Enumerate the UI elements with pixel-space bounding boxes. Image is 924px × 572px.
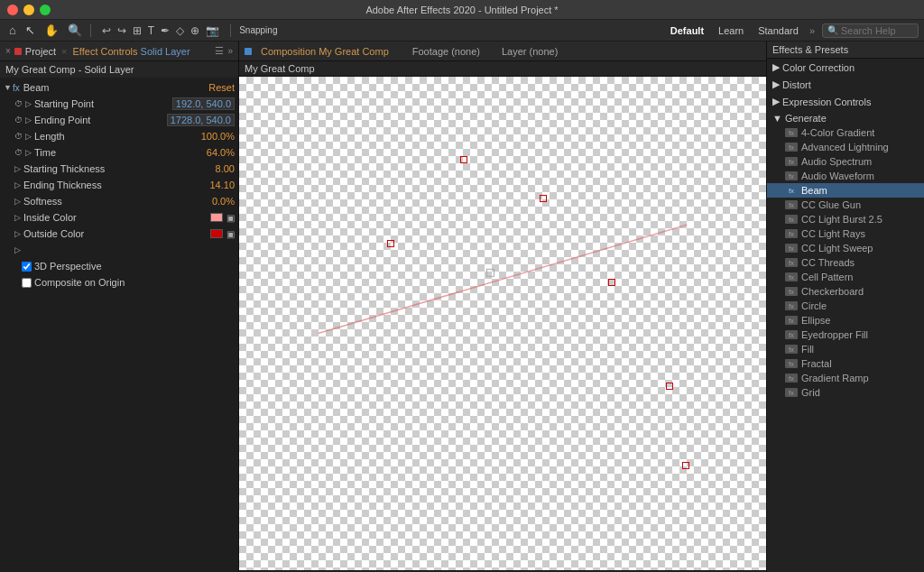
effect-item-cc-threads[interactable]: fx CC Threads [767, 255, 924, 270]
category-generate-header[interactable]: ▼ Generate [767, 111, 924, 125]
end-twirl[interactable]: ▷ [25, 115, 32, 125]
panel-project-tab[interactable]: Project [25, 46, 56, 57]
panel-expand-btn[interactable]: » [227, 46, 233, 56]
panel-menu-btn[interactable]: ☰ [215, 45, 224, 57]
minimize-button[interactable] [23, 5, 34, 15]
length-twirl[interactable]: ▷ [25, 132, 32, 141]
null-btn[interactable]: ⊕ [188, 23, 202, 39]
softness-value[interactable]: 0.0% [212, 196, 235, 207]
effect-item-4color[interactable]: fx 4-Color Gradient [767, 125, 924, 140]
arrow-tool-icon[interactable]: ↖ [22, 22, 39, 39]
effect-label-audio-spectrum: Audio Spectrum [801, 156, 872, 167]
inside-color-swatch[interactable] [210, 213, 223, 222]
sthick-value[interactable]: 8.00 [216, 163, 235, 174]
ocol-twirl[interactable]: ▷ [14, 229, 22, 238]
panel-effect-controls-tab[interactable]: Effect Controls Solid Layer [73, 46, 190, 57]
beam-dot-5 [666, 383, 673, 390]
undo-btn[interactable]: ↩ [99, 23, 114, 39]
3d-perspective-checkbox[interactable] [22, 262, 32, 272]
category-color-correction-header[interactable]: ▶ Color Correction [767, 60, 924, 75]
fx-icon-cc-lightburst: fx [785, 215, 798, 224]
effect-item-checkerboard[interactable]: fx Checkerboard [767, 284, 924, 299]
length-value[interactable]: 100.0% [201, 131, 235, 142]
effect-item-audio-spectrum[interactable]: fx Audio Spectrum [767, 154, 924, 169]
comp-tab[interactable]: Composition My Great Comp [255, 44, 394, 59]
titlebar: Adobe After Effects 2020 - Untitled Proj… [0, 0, 924, 20]
camera-btn[interactable]: 📷 [203, 23, 222, 39]
outside-color-picker-icon[interactable]: ▣ [226, 229, 235, 239]
close-button[interactable] [7, 5, 18, 15]
footage-tab[interactable]: Footage (none) [405, 46, 487, 57]
effect-item-fractal[interactable]: fx Fractal [767, 356, 924, 371]
effect-item-circle[interactable]: fx Circle [767, 299, 924, 313]
effect-item-audio-waveform[interactable]: fx Audio Waveform [767, 169, 924, 183]
effect-beam-header[interactable]: ▼ fx Beam Reset [0, 79, 238, 96]
soft-twirl[interactable]: ▷ [14, 197, 22, 206]
effect-item-cell-pattern[interactable]: fx Cell Pattern [767, 270, 924, 284]
time-value[interactable]: 64.0% [207, 147, 235, 158]
category-expression-header[interactable]: ▶ Expression Controls [767, 94, 924, 109]
start-point-value[interactable]: 192.0, 540.0 [172, 97, 235, 110]
project-tab-close[interactable]: × [5, 46, 11, 56]
effect-item-ellipse[interactable]: fx Ellipse [767, 313, 924, 328]
ethick-value[interactable]: 14.10 [209, 180, 235, 190]
comp-viewer[interactable] [239, 77, 766, 570]
beam-reset-btn[interactable]: Reset [208, 82, 235, 93]
effect-item-eyedropper[interactable]: fx Eyedropper Fill [767, 328, 924, 342]
separator1 [90, 24, 91, 37]
workspace-default[interactable]: Default [667, 24, 707, 37]
workspace-learn[interactable]: Learn [715, 24, 747, 37]
effect-item-fill[interactable]: fx Fill [767, 342, 924, 356]
end-point-value[interactable]: 1728.0, 540.0 [167, 114, 235, 126]
effect-item-gradient-ramp[interactable]: fx Gradient Ramp [767, 371, 924, 385]
effect-item-beam[interactable]: fx Beam [767, 183, 924, 198]
icol-twirl[interactable]: ▷ [14, 213, 22, 222]
grid-btn[interactable]: ⊞ [130, 23, 144, 39]
workspace-standard[interactable]: Standard [754, 24, 802, 37]
search-icon: 🔍 [827, 25, 838, 35]
layer-tab[interactable]: Layer (none) [494, 46, 565, 57]
inside-color-picker-icon[interactable]: ▣ [226, 213, 235, 223]
fx-icon-4color: fx [785, 128, 798, 137]
fx-icon-fill: fx [785, 345, 798, 354]
beam-twirl-icon[interactable]: ▼ [4, 83, 11, 92]
ethick-twirl[interactable]: ▷ [14, 180, 22, 189]
maximize-button[interactable] [40, 5, 51, 15]
type-btn[interactable]: T [145, 23, 157, 39]
shape-btn[interactable]: ◇ [173, 23, 187, 39]
effect-item-grid[interactable]: fx Grid [767, 385, 924, 400]
sthick-twirl[interactable]: ▷ [14, 164, 22, 173]
stopwatch-icon-end[interactable]: ⏱ [14, 115, 23, 125]
effect-item-lightning[interactable]: fx Advanced Lightning [767, 140, 924, 154]
effects-panel-header: Effects & Presets [767, 42, 924, 59]
outside-color-swatch[interactable] [210, 229, 223, 238]
time-twirl[interactable]: ▷ [25, 148, 32, 157]
window-controls[interactable] [7, 5, 51, 15]
redo-btn[interactable]: ↪ [115, 23, 129, 39]
checkbox-composite: Composite on Origin [0, 274, 238, 291]
layer-name-display: My Great Comp - Solid Layer [0, 61, 238, 78]
start-twirl[interactable]: ▷ [25, 99, 32, 108]
effect-item-cc-lightrays[interactable]: fx CC Light Rays [767, 226, 924, 241]
composite-label[interactable]: Composite on Origin [22, 277, 125, 288]
stopwatch-icon-length[interactable]: ⏱ [14, 132, 23, 141]
checker-background [239, 77, 766, 570]
stopwatch-icon-start[interactable]: ⏱ [14, 99, 23, 108]
effect-item-cc-lightburst[interactable]: fx CC Light Burst 2.5 [767, 212, 924, 226]
3d-perspective-label[interactable]: 3D Perspective [22, 261, 102, 272]
effect-section-beam: ▼ fx Beam Reset ⏱ ▷ Starting Point 192.0… [0, 78, 238, 292]
search-input[interactable] [841, 25, 913, 36]
category-distort-header[interactable]: ▶ Distort [767, 77, 924, 92]
hand-tool-icon[interactable]: ✋ [41, 22, 62, 39]
pen-btn[interactable]: ✒ [158, 23, 172, 39]
fx-icon-beam: fx [785, 186, 798, 195]
zoom-tool-icon[interactable]: 🔍 [64, 22, 86, 39]
stopwatch-icon-time[interactable]: ⏱ [14, 148, 23, 157]
workspace-more-btn[interactable]: » [809, 25, 815, 36]
home-icon[interactable]: ⌂ [5, 22, 20, 39]
composite-checkbox[interactable] [22, 278, 32, 288]
effect-label-cc-lightsweep: CC Light Sweep [801, 243, 873, 254]
transform-twirl[interactable]: ▷ [14, 245, 22, 254]
effect-item-cc-glue[interactable]: fx CC Glue Gun [767, 198, 924, 212]
effect-item-cc-lightsweep[interactable]: fx CC Light Sweep [767, 241, 924, 255]
